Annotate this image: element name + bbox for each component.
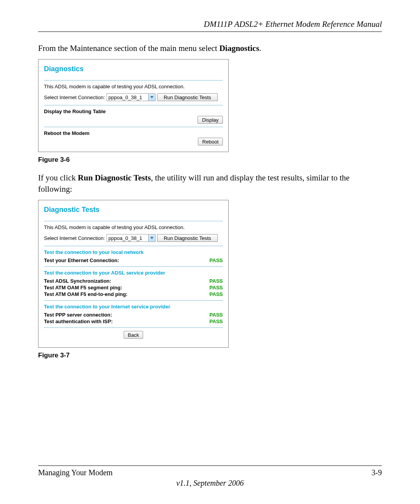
run-diagnostic-button-2[interactable]: Run Diagnostic Tests <box>157 234 218 242</box>
divider <box>44 127 223 127</box>
intro-prefix: From the Maintenance section of the main… <box>38 44 219 53</box>
back-button[interactable]: Back <box>124 331 144 339</box>
ethernet-test-row: Test your Ethernet Connection: PASS <box>44 257 223 263</box>
section-isp: Test the connection to your Internet ser… <box>44 304 223 310</box>
section-local-network: Test the connection to your local networ… <box>44 249 223 255</box>
adsl-sync-label: Test ADSL Synchronization: <box>44 278 111 284</box>
ethernet-test-result: PASS <box>210 257 223 263</box>
intro-suffix: . <box>259 44 261 53</box>
connection-select-value: pppoa_0_38_1 <box>108 94 142 100</box>
adsl-sync-row: Test ADSL Synchronization: PASS <box>44 278 223 284</box>
connection-select[interactable]: pppoa_0_38_1 <box>107 93 156 101</box>
atm-e2e-result: PASS <box>210 291 223 297</box>
diagnostic-tests-panel: Diagnostic Tests This ADSL modem is capa… <box>38 200 229 348</box>
mid-paragraph: If you click Run Diagnostic Tests, the u… <box>38 172 382 194</box>
panel2-title: Diagnostic Tests <box>44 206 223 214</box>
ppp-label: Test PPP server connection: <box>44 312 112 318</box>
auth-result: PASS <box>210 318 223 324</box>
select-connection-row: Select Internet Connection: pppoa_0_38_1… <box>44 93 223 101</box>
doc-title: DM111P ADSL2+ Ethernet Modem Reference M… <box>204 19 382 29</box>
run-diagnostic-button[interactable]: Run Diagnostic Tests <box>157 93 218 101</box>
reboot-button[interactable]: Reboot <box>198 138 223 145</box>
adsl-sync-result: PASS <box>210 278 223 284</box>
select-connection-label: Select Internet Connection: <box>44 94 105 100</box>
panel1-desc: This ADSL modem is capable of testing yo… <box>44 84 223 89</box>
divider <box>44 266 223 267</box>
atm-e2e-label: Test ATM OAM F5 end-to-end ping: <box>44 291 128 297</box>
select-connection-row-2: Select Internet Connection: pppoa_0_38_1… <box>44 234 223 242</box>
footer-section: Managing Your Modem <box>38 468 113 477</box>
display-button[interactable]: Display <box>198 116 223 124</box>
mid-p1b: Run Diagnostic Tests <box>78 173 151 182</box>
chevron-down-icon <box>148 234 155 242</box>
diagnostics-panel: Diagnostics This ADSL modem is capable o… <box>38 59 229 152</box>
intro-paragraph: From the Maintenance section of the main… <box>38 43 382 54</box>
divider <box>44 221 223 221</box>
ethernet-test-label: Test your Ethernet Connection: <box>44 257 119 263</box>
panel2-desc: This ADSL modem is capable of testing yo… <box>44 224 223 230</box>
atm-seg-label: Test ATM OAM F5 segment ping: <box>44 285 122 290</box>
connection-select-2-value: pppoa_0_38_1 <box>108 235 142 241</box>
atm-seg-row: Test ATM OAM F5 segment ping: PASS <box>44 285 223 290</box>
page-footer: Managing Your Modem 3-9 v1.1, September … <box>38 466 382 488</box>
divider <box>44 246 223 246</box>
panel1-title: Diagnostics <box>44 65 223 73</box>
footer-version: v1.1, September 2006 <box>38 479 382 488</box>
chevron-down-icon <box>148 94 155 101</box>
divider <box>44 105 223 105</box>
mid-p1a: If you click <box>38 173 78 182</box>
divider <box>44 300 223 301</box>
atm-seg-result: PASS <box>210 285 223 290</box>
page-header: DM111P ADSL2+ Ethernet Modem Reference M… <box>38 19 382 32</box>
divider <box>44 80 223 80</box>
ppp-result: PASS <box>210 312 223 318</box>
footer-page-number: 3-9 <box>371 468 382 477</box>
auth-row: Test authentication with ISP: PASS <box>44 318 223 324</box>
atm-e2e-row: Test ATM OAM F5 end-to-end ping: PASS <box>44 291 223 297</box>
select-connection-label-2: Select Internet Connection: <box>44 235 105 241</box>
intro-bold: Diagnostics <box>219 44 259 53</box>
ppp-row: Test PPP server connection: PASS <box>44 312 223 318</box>
figure-3-6-caption: Figure 3-6 <box>38 156 382 164</box>
section-adsl-provider: Test the connection to your ADSL service… <box>44 270 223 276</box>
routing-table-label: Display the Routing Table <box>44 108 223 114</box>
figure-3-7-caption: Figure 3-7 <box>38 352 382 359</box>
auth-label: Test authentication with ISP: <box>44 318 113 324</box>
reboot-modem-label: Reboot the Modem <box>44 130 223 136</box>
divider <box>44 327 223 328</box>
connection-select-2[interactable]: pppoa_0_38_1 <box>107 234 156 242</box>
